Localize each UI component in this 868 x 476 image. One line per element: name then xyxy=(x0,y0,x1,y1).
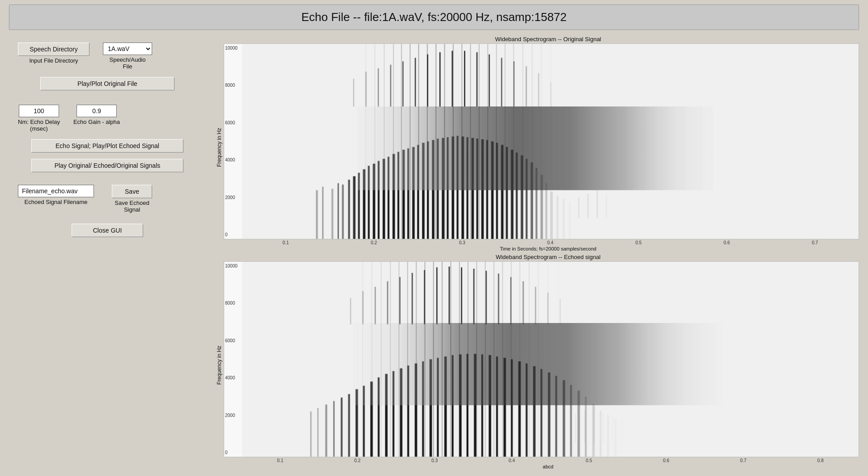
bottom-x-ticks: 0.1 0.2 0.3 0.4 0.5 0.6 0.7 0.8 xyxy=(224,458,859,463)
svg-rect-135 xyxy=(600,411,601,457)
bottom-chart-title: Wideband Spectrogram -- Echoed signal xyxy=(215,254,859,260)
svg-rect-148 xyxy=(473,269,475,325)
top-x-tick-6: 0.7 xyxy=(812,240,818,245)
speech-directory-button[interactable]: Speech Directory xyxy=(18,42,89,56)
svg-rect-46 xyxy=(545,183,547,239)
svg-rect-70 xyxy=(374,44,375,239)
bottom-spectrogram-svg xyxy=(242,262,859,457)
top-y-tick-0: 10000 xyxy=(225,46,241,51)
svg-rect-88 xyxy=(532,44,532,239)
top-y-tick-2: 6000 xyxy=(225,120,241,125)
svg-rect-76 xyxy=(427,44,427,239)
svg-rect-136 xyxy=(607,415,609,457)
svg-rect-159 xyxy=(381,262,381,457)
svg-rect-152 xyxy=(523,281,524,325)
svg-rect-138 xyxy=(350,298,351,324)
svg-rect-157 xyxy=(362,262,363,457)
svg-rect-72 xyxy=(393,44,394,239)
svg-rect-89 xyxy=(541,44,541,239)
svg-rect-59 xyxy=(452,51,453,107)
svg-rect-99 xyxy=(333,401,335,457)
play-original-button[interactable]: Play Original/ Echoed/Original Signals xyxy=(31,159,183,172)
bottom-y-tick-4: 2000 xyxy=(225,413,241,418)
svg-rect-87 xyxy=(523,44,523,239)
bottom-y-tick-0: 10000 xyxy=(225,264,241,268)
svg-rect-141 xyxy=(387,281,388,325)
svg-rect-69 xyxy=(366,44,366,239)
svg-rect-65 xyxy=(526,66,527,106)
svg-rect-66 xyxy=(538,73,539,106)
bottom-chart-area: 10000 8000 6000 4000 2000 0 xyxy=(224,261,859,457)
svg-rect-92 xyxy=(587,194,589,218)
bottom-x-tick-6: 0.7 xyxy=(740,458,746,463)
svg-rect-4 xyxy=(338,183,339,239)
svg-rect-167 xyxy=(451,262,451,457)
svg-rect-168 xyxy=(459,262,460,457)
svg-rect-77 xyxy=(436,44,436,239)
bottom-y-axis-label: Frequency in Hz xyxy=(215,261,224,469)
top-x-axis-label: Time in Seconds; fs=20000 samples/second xyxy=(224,246,859,251)
svg-rect-172 xyxy=(494,262,494,457)
svg-rect-162 xyxy=(407,262,408,457)
svg-rect-53 xyxy=(378,68,379,107)
top-x-tick-0: 0.1 xyxy=(283,240,289,245)
bottom-x-tick-0: 0.1 xyxy=(277,458,283,463)
svg-rect-184 xyxy=(612,416,613,443)
echo-signal-button[interactable]: Echo Signal; Play/Plot Echoed Signal xyxy=(31,139,183,153)
svg-rect-156 xyxy=(353,323,723,405)
bottom-y-tick-2: 6000 xyxy=(225,338,241,343)
svg-rect-85 xyxy=(505,44,505,239)
svg-rect-60 xyxy=(464,51,465,107)
svg-rect-91 xyxy=(578,197,579,218)
echo-gain-label: Echo Gain - alpha xyxy=(73,119,120,125)
svg-rect-147 xyxy=(461,267,462,324)
svg-rect-174 xyxy=(511,262,511,457)
svg-rect-170 xyxy=(477,262,477,457)
play-plot-button[interactable]: Play/Plot Original File xyxy=(40,77,174,90)
svg-rect-185 xyxy=(621,418,622,443)
close-gui-button[interactable]: Close GUI xyxy=(72,224,143,237)
svg-rect-145 xyxy=(436,267,438,324)
echo-gain-input[interactable]: 0.9 xyxy=(77,105,117,117)
svg-rect-49 xyxy=(563,199,565,239)
svg-rect-84 xyxy=(496,44,497,239)
file-dropdown[interactable]: 1A.waV xyxy=(103,42,152,55)
svg-rect-78 xyxy=(444,44,445,239)
svg-rect-149 xyxy=(485,271,487,324)
top-chart-title: Wideband Spectrogram -- Original Signal xyxy=(215,36,859,42)
svg-rect-94 xyxy=(606,196,607,218)
top-spectrogram-container: Wideband Spectrogram -- Original Signal … xyxy=(215,36,859,251)
top-y-tick-5: 0 xyxy=(225,232,241,237)
top-x-tick-4: 0.5 xyxy=(635,240,642,245)
input-file-directory-label: Input File Directory xyxy=(29,57,78,64)
echo-delay-label: Nm: Echo Delay (msec) xyxy=(18,119,60,132)
svg-rect-169 xyxy=(468,262,468,457)
top-y-tick-3: 4000 xyxy=(225,157,241,162)
svg-rect-182 xyxy=(593,407,595,443)
svg-rect-81 xyxy=(470,44,471,239)
svg-rect-1 xyxy=(316,190,318,239)
right-panel: Wideband Spectrogram -- Original Signal … xyxy=(210,34,864,472)
svg-rect-97 xyxy=(317,408,319,457)
bottom-x-tick-5: 0.6 xyxy=(663,458,669,463)
svg-rect-62 xyxy=(489,54,490,106)
top-spectrogram-svg xyxy=(242,44,859,239)
svg-rect-56 xyxy=(415,58,416,106)
svg-rect-73 xyxy=(401,44,402,239)
svg-rect-143 xyxy=(412,273,413,324)
svg-rect-166 xyxy=(442,262,442,457)
filename-echo-input[interactable]: Filename_echo.wav xyxy=(18,185,94,197)
bottom-spectrogram-container: Wideband Spectrogram -- Echoed signal Fr… xyxy=(215,254,859,469)
save-button[interactable]: Save xyxy=(112,185,152,198)
svg-rect-101 xyxy=(348,394,350,457)
echo-delay-input[interactable]: 100 xyxy=(19,105,59,117)
svg-rect-93 xyxy=(596,190,598,218)
svg-rect-3 xyxy=(332,189,333,239)
svg-rect-183 xyxy=(603,412,604,443)
svg-rect-5 xyxy=(342,185,344,239)
svg-rect-63 xyxy=(501,58,502,106)
svg-rect-80 xyxy=(462,44,462,239)
top-y-tick-1: 8000 xyxy=(225,83,241,88)
top-x-tick-1: 0.2 xyxy=(371,240,377,245)
svg-rect-74 xyxy=(410,44,410,239)
